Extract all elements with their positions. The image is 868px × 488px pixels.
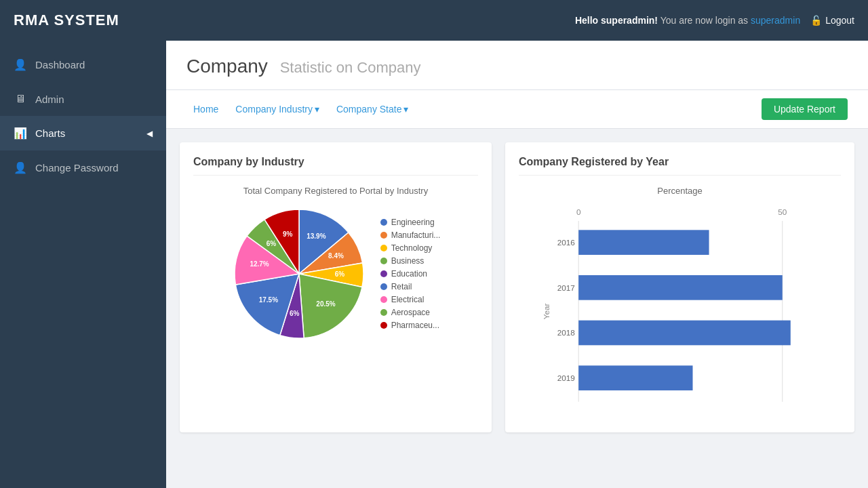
- legend-item: Pharmaceu...: [380, 321, 441, 330]
- pie-legend: EngineeringManufacturi...TechnologyBusin…: [380, 218, 441, 330]
- topbar: RMA SYSTEM Hello superadmin! You are now…: [0, 0, 868, 41]
- svg-text:20.5%: 20.5%: [316, 300, 335, 308]
- sidebar-item-label: Dashboard: [35, 59, 85, 70]
- svg-text:6%: 6%: [334, 270, 344, 278]
- svg-text:17.5%: 17.5%: [258, 296, 277, 304]
- chevron-down-icon: ▾: [403, 104, 408, 115]
- logout-button[interactable]: 🔓 Logout: [810, 15, 854, 26]
- company-state-dropdown[interactable]: Company State ▾: [330, 100, 416, 119]
- pie-chart-area: 13.9%8.4%6%20.5%6%17.5%12.7%6%9% Enginee…: [231, 206, 441, 342]
- svg-text:12.7%: 12.7%: [250, 260, 269, 268]
- change-password-icon: 👤: [14, 161, 27, 174]
- svg-rect-13: [578, 230, 709, 255]
- bar-chart-container: Percentage 0502016201720182019Year: [519, 186, 841, 419]
- sidebar-item-label: Admin: [35, 94, 64, 105]
- page-header: Company Statistic on Company: [166, 41, 868, 90]
- svg-text:2018: 2018: [557, 328, 576, 337]
- chevron-left-icon: ◀: [146, 129, 153, 138]
- legend-item: Technology: [380, 243, 441, 253]
- sidebar-item-admin[interactable]: 🖥 Admin: [0, 82, 166, 116]
- svg-text:13.9%: 13.9%: [307, 232, 326, 240]
- legend-item: Education: [380, 269, 441, 279]
- pie-chart-subtitle: Total Company Registered to Portal by In…: [243, 186, 428, 196]
- svg-rect-15: [578, 275, 783, 300]
- svg-text:0: 0: [576, 207, 581, 216]
- home-link[interactable]: Home: [186, 100, 225, 119]
- bar-chart-svg: 0502016201720182019Year: [519, 199, 841, 416]
- svg-text:8.4%: 8.4%: [328, 252, 344, 260]
- svg-text:6%: 6%: [290, 310, 300, 317]
- legend-item: Engineering: [380, 218, 441, 227]
- charts-icon: 📊: [14, 127, 27, 140]
- svg-text:2017: 2017: [557, 283, 575, 292]
- company-industry-dropdown[interactable]: Company Industry ▾: [229, 100, 326, 119]
- app-brand: RMA SYSTEM: [14, 12, 119, 29]
- sidebar-item-label: Charts: [35, 127, 65, 139]
- svg-text:2016: 2016: [557, 238, 575, 247]
- sidebar-item-charts[interactable]: 📊 Charts ◀: [0, 116, 166, 150]
- legend-item: Business: [380, 256, 441, 266]
- sidebar-item-change-password[interactable]: 👤 Change Password: [0, 150, 166, 185]
- pie-svg: 13.9%8.4%6%20.5%6%17.5%12.7%6%9%: [231, 206, 367, 342]
- svg-text:6%: 6%: [266, 240, 276, 247]
- bar-x-label: Percentage: [519, 186, 841, 196]
- pie-chart-card: Company by Industry Total Company Regist…: [180, 142, 492, 432]
- main-content: Company Statistic on Company Home Compan…: [166, 41, 868, 488]
- svg-text:Year: Year: [542, 303, 551, 319]
- admin-icon: 🖥: [14, 93, 27, 105]
- bar-chart-card: Company Registered by Year Percentage 05…: [505, 142, 854, 432]
- svg-rect-19: [578, 365, 692, 390]
- main-layout: 👤 Dashboard 🖥 Admin 📊 Charts ◀ 👤 Change …: [0, 41, 868, 488]
- topbar-right: Hello superadmin! You are now login as s…: [575, 15, 854, 26]
- bar-chart-title: Company Registered by Year: [519, 156, 841, 176]
- svg-text:9%: 9%: [283, 230, 293, 238]
- legend-item: Manufacturi...: [380, 230, 441, 240]
- svg-text:50: 50: [778, 207, 787, 216]
- svg-rect-17: [578, 321, 791, 346]
- page-subtitle: Statistic on Company: [280, 59, 421, 76]
- svg-text:2019: 2019: [557, 373, 575, 382]
- logout-icon: 🔓: [810, 15, 822, 26]
- legend-item: Aerospace: [380, 308, 441, 317]
- chevron-down-icon: ▾: [315, 104, 319, 115]
- greeting-text: Hello superadmin! You are now login as s…: [575, 15, 800, 26]
- breadcrumb-bar: Home Company Industry ▾ Company State ▾ …: [166, 90, 868, 129]
- sidebar-item-label: Change Password: [35, 162, 119, 174]
- pie-chart-title: Company by Industry: [193, 156, 478, 176]
- update-report-button[interactable]: Update Report: [762, 98, 848, 120]
- page-title: Company: [186, 56, 268, 77]
- sidebar-item-dashboard[interactable]: 👤 Dashboard: [0, 47, 166, 82]
- legend-item: Electrical: [380, 295, 441, 304]
- charts-row: Company by Industry Total Company Regist…: [166, 142, 868, 446]
- pie-container: Total Company Registered to Portal by In…: [193, 186, 478, 342]
- legend-item: Retail: [380, 282, 441, 291]
- sidebar: 👤 Dashboard 🖥 Admin 📊 Charts ◀ 👤 Change …: [0, 41, 166, 488]
- dashboard-icon: 👤: [14, 58, 27, 71]
